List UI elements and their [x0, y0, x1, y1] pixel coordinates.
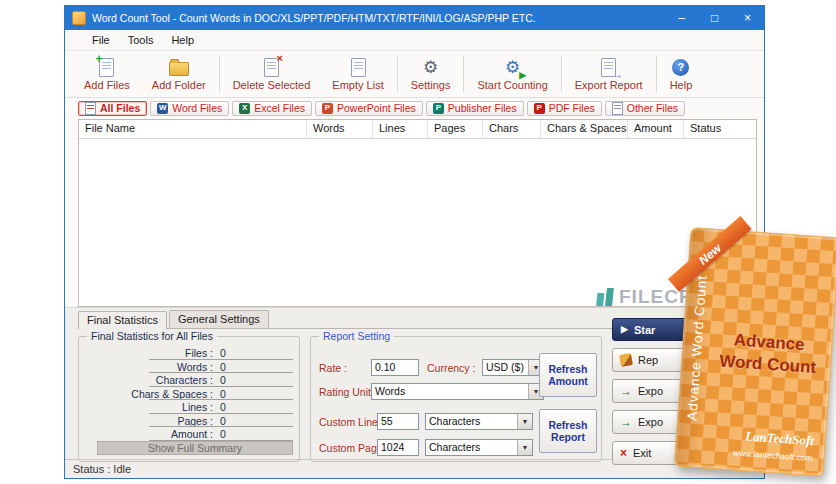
- show-full-summary-button[interactable]: Show Full Summary: [97, 441, 293, 455]
- tab-final-statistics[interactable]: Final Statistics: [78, 311, 167, 329]
- stat-label: Pages :: [79, 415, 213, 427]
- stat-row-pages: Pages : 0: [79, 414, 299, 428]
- rating-unit-label: Rating Unit :: [319, 386, 377, 398]
- stat-label: Amount :: [79, 428, 213, 440]
- stat-value: 0: [220, 361, 226, 373]
- word-file-icon: W: [157, 103, 168, 114]
- file-table-body-empty: [79, 139, 756, 306]
- rate-input[interactable]: 0.10: [371, 359, 419, 376]
- toolbar-export-report[interactable]: → Export Report: [564, 51, 654, 97]
- toolbar-label: Delete Selected: [233, 79, 311, 91]
- refresh-report-button[interactable]: Refresh Report: [539, 409, 597, 453]
- tab-general-settings[interactable]: General Settings: [169, 310, 269, 328]
- filter-other-files[interactable]: Other Files: [605, 101, 685, 116]
- custom-page-input[interactable]: 1024: [377, 439, 419, 456]
- minimize-button[interactable]: –: [665, 6, 698, 30]
- other-files-icon: [612, 102, 623, 115]
- titlebar[interactable]: Word Count Tool - Count Words in DOC/XLS…: [65, 6, 764, 30]
- export-arrow-icon: →: [620, 416, 632, 428]
- pdf-file-icon: P: [534, 103, 545, 114]
- toolbar-label: Empty List: [332, 79, 383, 91]
- promo-brand: LanTechSoft: [745, 428, 815, 449]
- custom-line-input[interactable]: 55: [377, 413, 419, 430]
- column-header-amount[interactable]: Amount: [628, 120, 684, 138]
- custom-line-unit-select[interactable]: Characters ▼: [425, 413, 533, 430]
- stat-label: Files :: [79, 347, 213, 359]
- stat-row-files: Files : 0: [79, 346, 299, 360]
- column-header-status[interactable]: Status: [684, 120, 756, 138]
- stat-value: 0: [220, 428, 226, 440]
- settings-gear-icon: ⚙: [423, 57, 438, 77]
- rate-label: Rate :: [319, 362, 347, 374]
- filter-word-files[interactable]: W Word Files: [150, 101, 229, 116]
- chevron-down-icon[interactable]: ▼: [517, 440, 532, 455]
- final-statistics-group: Final Statistics for All Files Files : 0…: [78, 336, 300, 462]
- promo-title: Advance Word Count: [709, 328, 827, 380]
- menu-help[interactable]: Help: [162, 32, 203, 48]
- stat-row-amount: Amount : 0: [79, 427, 299, 441]
- column-header-chars-spaces[interactable]: Chars & Spaces: [541, 120, 628, 138]
- filter-pdf-files[interactable]: P PDF Files: [527, 101, 602, 116]
- toolbar: + Add Files Add Folder × Delete Selected…: [65, 51, 764, 98]
- filter-label: Word Files: [172, 102, 222, 114]
- add-file-icon: +: [99, 57, 114, 77]
- filter-label: Publisher Files: [448, 102, 517, 114]
- close-icon: ×: [620, 447, 627, 459]
- currency-value: USD ($): [483, 360, 529, 375]
- app-icon: [72, 11, 86, 25]
- filter-excel-files[interactable]: X Excel Files: [232, 101, 312, 116]
- toolbar-start-counting[interactable]: ⚙▶ Start Counting: [466, 51, 558, 97]
- column-header-chars[interactable]: Chars: [483, 120, 541, 138]
- column-header-lines[interactable]: Lines: [373, 120, 428, 138]
- maximize-button[interactable]: □: [698, 6, 731, 30]
- bottom-tabs: Final Statistics General Settings: [78, 310, 271, 328]
- all-files-icon: [85, 102, 96, 115]
- group-title: Report Setting: [319, 330, 394, 342]
- custom-page-unit-select[interactable]: Characters ▼: [425, 439, 533, 456]
- stat-value: 0: [220, 401, 226, 413]
- filter-all-files[interactable]: All Files: [78, 101, 147, 116]
- toolbar-help[interactable]: ? Help: [659, 51, 704, 97]
- toolbar-settings[interactable]: ⚙ Settings: [400, 51, 462, 97]
- filter-label: All Files: [100, 102, 140, 114]
- toolbar-label: Settings: [411, 79, 451, 91]
- close-button[interactable]: ×: [731, 6, 764, 30]
- currency-label: Currency :: [427, 362, 475, 374]
- toolbar-label: Help: [670, 79, 693, 91]
- rating-unit-value: Words: [372, 384, 529, 399]
- toolbar-separator: [397, 56, 398, 92]
- filter-publisher-files[interactable]: P Publisher Files: [426, 101, 524, 116]
- custom-line-label: Custom Line :: [319, 416, 384, 428]
- filter-label: Other Files: [627, 102, 678, 114]
- filter-label: PDF Files: [549, 102, 595, 114]
- toolbar-separator: [561, 56, 562, 92]
- currency-select[interactable]: USD ($) ▼: [482, 359, 544, 376]
- chevron-down-icon[interactable]: ▼: [517, 414, 532, 429]
- report-setting-group: Report Setting Rate : 0.10 Currency : US…: [310, 336, 602, 462]
- rating-unit-select[interactable]: Words ▼: [371, 383, 544, 400]
- toolbar-delete-selected[interactable]: × Delete Selected: [222, 51, 322, 97]
- custom-line-unit-value: Characters: [426, 414, 518, 429]
- toolbar-empty-list[interactable]: Empty List: [321, 51, 394, 97]
- toolbar-add-files[interactable]: + Add Files: [73, 51, 141, 97]
- promo-url: www.lantechsoft.com: [733, 448, 813, 464]
- status-text: Status : Idle: [73, 463, 131, 475]
- column-header-words[interactable]: Words: [307, 120, 373, 138]
- filter-powerpoint-files[interactable]: P PowerPoint Files: [315, 101, 423, 116]
- toolbar-add-folder[interactable]: Add Folder: [141, 51, 217, 97]
- powerpoint-file-icon: P: [322, 103, 333, 114]
- group-title: Final Statistics for All Files: [87, 330, 217, 342]
- stat-label: Lines :: [79, 401, 213, 413]
- menu-tools[interactable]: Tools: [119, 32, 163, 48]
- column-header-pages[interactable]: Pages: [428, 120, 483, 138]
- menu-file[interactable]: File: [83, 32, 119, 48]
- stat-value: 0: [220, 347, 226, 359]
- publisher-file-icon: P: [433, 103, 444, 114]
- add-folder-icon: [169, 57, 189, 77]
- play-icon: ▶: [621, 325, 628, 334]
- filter-label: Excel Files: [254, 102, 305, 114]
- refresh-amount-button[interactable]: Refresh Amount: [539, 353, 597, 397]
- column-header-file-name[interactable]: File Name: [79, 120, 307, 138]
- export-arrow-icon: →: [620, 385, 632, 397]
- stat-row-characters: Characters : 0: [79, 373, 299, 387]
